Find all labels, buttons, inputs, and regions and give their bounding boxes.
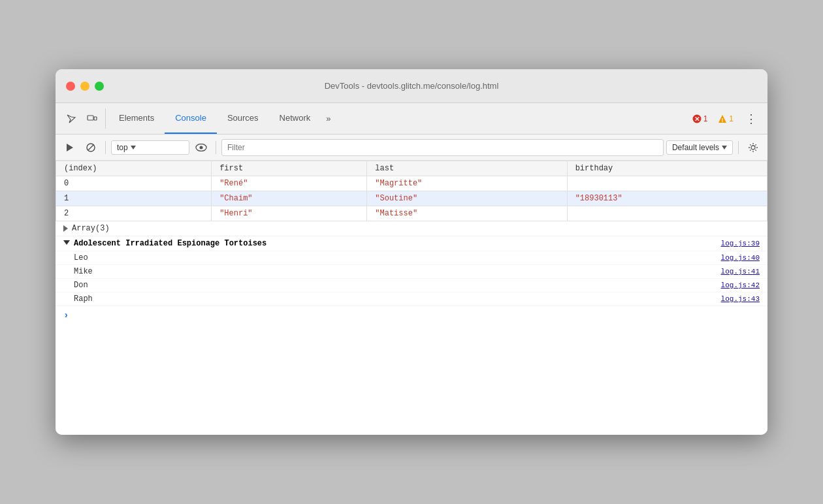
log-link[interactable]: log.js:41 xyxy=(721,268,760,276)
svg-text:✕: ✕ xyxy=(694,116,700,123)
titlebar: DevTools - devtools.glitch.me/console/lo… xyxy=(56,69,767,103)
device-icon[interactable] xyxy=(82,103,103,134)
block-button[interactable] xyxy=(82,138,100,157)
maximize-button[interactable] xyxy=(95,82,104,91)
col-first: first xyxy=(212,161,367,176)
console-table: (index) first last birthday 0 "René" "Ma… xyxy=(56,161,767,221)
table-row: 2 "Henri" "Matisse" xyxy=(56,206,767,221)
group-source-link[interactable]: log.js:39 xyxy=(721,240,760,247)
group-label: Adolescent Irradiated Espionage Tortoise… xyxy=(74,239,721,248)
cell-birthday xyxy=(567,206,767,221)
svg-rect-1 xyxy=(94,117,97,120)
clear-console-button[interactable] xyxy=(61,138,79,157)
block-icon xyxy=(86,142,96,153)
svg-point-13 xyxy=(751,146,755,150)
tab-console[interactable]: Console xyxy=(165,103,217,134)
more-menu-button[interactable]: ⋮ xyxy=(740,112,762,126)
devtools-window: DevTools - devtools.glitch.me/console/lo… xyxy=(56,69,767,435)
gear-icon xyxy=(748,142,758,153)
log-link[interactable]: log.js:43 xyxy=(721,295,760,303)
cell-first: "René" xyxy=(212,176,367,191)
cell-first: "Chaim" xyxy=(212,191,367,206)
levels-chevron-icon xyxy=(722,146,727,150)
col-birthday: birthday xyxy=(567,161,767,176)
cell-first: "Henri" xyxy=(212,206,367,221)
context-selector[interactable]: top xyxy=(111,140,189,155)
minimize-button[interactable] xyxy=(80,82,89,91)
array-collapsed[interactable]: Array(3) xyxy=(56,221,767,236)
list-item: Don log.js:42 xyxy=(56,279,767,292)
cell-last: "Matisse" xyxy=(367,206,567,221)
col-index: (index) xyxy=(56,161,212,176)
tab-separator xyxy=(105,108,106,129)
table-row: 1 "Chaim" "Soutine" "18930113" xyxy=(56,191,767,206)
tab-more[interactable]: » xyxy=(321,103,336,134)
log-text: Don xyxy=(74,281,721,290)
filter-input[interactable] xyxy=(221,139,664,156)
array-label: Array(3) xyxy=(72,224,110,233)
tab-sources[interactable]: Sources xyxy=(217,103,269,134)
console-prompt[interactable]: › xyxy=(56,306,767,324)
cell-birthday: "18930113" xyxy=(567,191,767,206)
list-item: Mike log.js:41 xyxy=(56,265,767,279)
traffic-lights xyxy=(66,82,104,91)
tabs-bar: Elements Console Sources Network » ✕ 1 xyxy=(56,103,767,134)
play-icon xyxy=(65,142,75,153)
eye-button[interactable] xyxy=(192,138,210,157)
table-header-row: (index) first last birthday xyxy=(56,161,767,176)
toolbar-separator-1 xyxy=(105,141,106,154)
prompt-arrow: › xyxy=(63,310,69,321)
svg-point-11 xyxy=(200,146,203,149)
cell-index: 2 xyxy=(56,206,212,221)
cell-index: 0 xyxy=(56,176,212,191)
error-icon: ✕ xyxy=(692,114,702,123)
svg-marker-12 xyxy=(722,146,727,150)
svg-text:!: ! xyxy=(722,116,724,123)
eye-icon xyxy=(195,144,207,151)
toolbar-separator-2 xyxy=(216,141,216,154)
levels-selector[interactable]: Default levels xyxy=(666,140,733,155)
col-last: last xyxy=(367,161,567,176)
collapse-icon xyxy=(63,240,70,245)
console-toolbar: top Default levels xyxy=(56,134,767,161)
warning-icon: ! xyxy=(718,114,727,123)
group-header[interactable]: Adolescent Irradiated Espionage Tortoise… xyxy=(56,236,767,251)
log-link[interactable]: log.js:42 xyxy=(721,281,760,289)
tab-right-section: ✕ 1 ! 1 ⋮ xyxy=(688,103,762,134)
inspect-icon[interactable] xyxy=(61,103,82,134)
chevron-down-icon xyxy=(131,146,136,150)
toolbar-separator-3 xyxy=(738,141,739,154)
expand-icon xyxy=(63,225,68,232)
error-badge: ✕ 1 xyxy=(688,113,712,125)
log-text: Raph xyxy=(74,294,721,304)
console-output: (index) first last birthday 0 "René" "Ma… xyxy=(56,161,767,435)
svg-rect-0 xyxy=(88,116,93,120)
svg-marker-9 xyxy=(131,146,136,150)
list-item: Raph log.js:43 xyxy=(56,292,767,306)
warning-badge: ! 1 xyxy=(714,113,737,125)
table-row: 0 "René" "Magritte" xyxy=(56,176,767,191)
cell-index: 1 xyxy=(56,191,212,206)
log-text: Leo xyxy=(74,253,721,262)
tab-network[interactable]: Network xyxy=(269,103,321,134)
cell-last: "Magritte" xyxy=(367,176,567,191)
cell-birthday xyxy=(567,176,767,191)
close-button[interactable] xyxy=(66,82,75,91)
svg-marker-6 xyxy=(67,144,73,151)
list-item: Leo log.js:40 xyxy=(56,251,767,265)
window-title: DevTools - devtools.glitch.me/console/lo… xyxy=(325,81,499,91)
log-link[interactable]: log.js:40 xyxy=(721,254,760,262)
cell-last: "Soutine" xyxy=(367,191,567,206)
settings-button[interactable] xyxy=(744,138,762,157)
tab-elements[interactable]: Elements xyxy=(108,103,165,134)
log-text: Mike xyxy=(74,267,721,276)
svg-line-8 xyxy=(88,144,94,150)
